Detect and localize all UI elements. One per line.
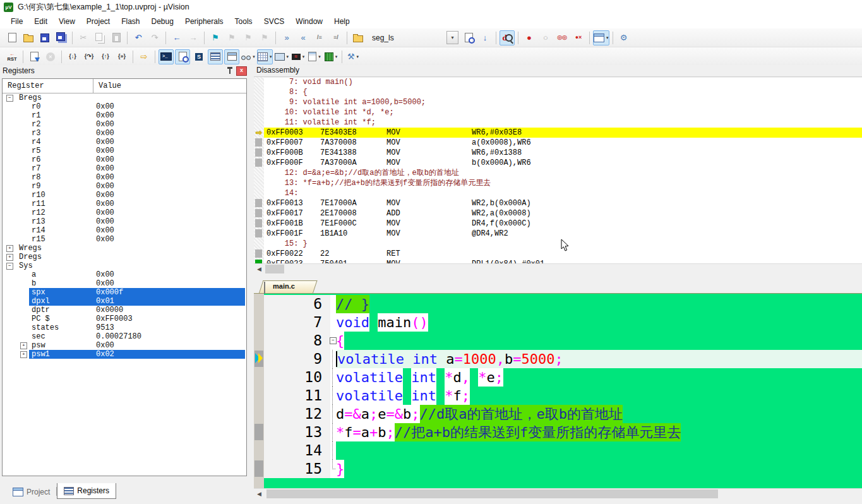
step-into-button[interactable]: {↓}	[65, 49, 80, 64]
find-next-button[interactable]: ↓	[477, 30, 493, 45]
menu-flash[interactable]: Flash	[116, 15, 145, 28]
register-row[interactable]: r110x00	[3, 200, 246, 208]
analysis-window-button[interactable]: ≈▾	[290, 49, 306, 64]
register-row[interactable]: r120x00	[3, 208, 246, 217]
toolbox-button[interactable]: ⚒▾	[345, 49, 361, 64]
editor-hscrollbar[interactable]: ◀	[254, 488, 862, 499]
stop-button[interactable]: ×	[43, 49, 58, 64]
reset-button[interactable]: ←RST	[4, 49, 20, 64]
window-layout-button[interactable]: ▾	[593, 30, 609, 45]
horizontal-splitter[interactable]	[254, 274, 862, 280]
find-in-files-button[interactable]	[350, 30, 366, 45]
expand-icon[interactable]: +	[20, 342, 27, 349]
register-row[interactable]: r70x00	[3, 164, 246, 173]
disassembly-hscrollbar[interactable]: ◀	[254, 263, 862, 274]
chevron-down-icon[interactable]: ▾	[335, 54, 338, 59]
register-row[interactable]: r140x00	[3, 226, 246, 235]
navigate-forward-button[interactable]: →	[186, 30, 201, 45]
register-row[interactable]: PC $0xFF0003	[3, 315, 246, 323]
register-row[interactable]: r10x00	[3, 111, 246, 120]
disassembly-window-button[interactable]	[175, 49, 190, 64]
comment-button[interactable]: /≡	[312, 30, 327, 45]
menu-file[interactable]: File	[5, 15, 28, 28]
disassembly-source-line[interactable]: 10: volatile int *d, *e;	[264, 107, 862, 117]
register-row[interactable]: dptr0x0000	[3, 306, 246, 315]
register-row[interactable]: r40x00	[3, 138, 246, 147]
register-column-header[interactable]: Register	[3, 79, 93, 93]
register-row[interactable]: states9513	[3, 323, 246, 332]
menu-debug[interactable]: Debug	[146, 15, 179, 28]
prev-bookmark-button[interactable]: ⚑	[224, 30, 239, 45]
disassembly-source-line[interactable]: 11: volatile int *f;	[264, 117, 862, 128]
editor-line[interactable]: 12d=&a;e=&b;//d取a的首地址，e取b的首地址	[264, 405, 862, 423]
editor-line[interactable]: 15}	[264, 460, 862, 478]
memory-window-button[interactable]: ▾	[257, 49, 273, 64]
watch-window-button[interactable]: ▾	[241, 49, 256, 64]
register-row[interactable]: r90x00	[3, 182, 246, 191]
chevron-down-icon[interactable]: ▾	[302, 54, 305, 59]
clear-bookmarks-button[interactable]: ⚑	[257, 30, 272, 45]
register-row[interactable]: −Sys	[3, 261, 246, 270]
kill-breakpoints-button[interactable]: ◎◎	[554, 30, 570, 45]
disassembly-source-line[interactable]: 13: *f=a+b;//把a+b的结果送到f变量所指的存储单元里去	[264, 178, 862, 188]
register-row[interactable]: r50x00	[3, 147, 246, 155]
disassembly-instruction-line[interactable]: 0xFF001F1B1A10MOV@DR4,WR2	[264, 229, 862, 239]
editor-line[interactable]: 11volatile int *f;	[264, 387, 862, 405]
register-row[interactable]: r150x00	[3, 235, 246, 244]
tab-project[interactable]: Project	[6, 485, 56, 499]
register-row[interactable]: +Dregs	[3, 253, 246, 261]
register-row[interactable]: b0x00	[3, 279, 246, 288]
menu-edit[interactable]: Edit	[28, 15, 53, 28]
debug-session-button[interactable]: d	[500, 30, 515, 45]
chevron-down-icon[interactable]: ▾	[318, 54, 321, 59]
scrollbar-thumb[interactable]	[265, 265, 284, 273]
register-row[interactable]: −Bregs	[3, 93, 246, 102]
serial-window-button[interactable]: ▾	[274, 49, 290, 64]
system-viewer-button[interactable]: ▾	[323, 49, 338, 64]
chevron-down-icon[interactable]: ▾	[606, 35, 609, 40]
customize-tools-button[interactable]: ⚙	[616, 30, 632, 45]
menu-window[interactable]: Window	[290, 15, 328, 28]
register-row[interactable]: +Wregs	[3, 244, 246, 253]
register-row[interactable]: spx0x000f	[3, 288, 246, 297]
disassembly-source-line[interactable]: 12: d=&a;e=&b;//d取a的首地址，e取b的首地址	[264, 168, 862, 178]
editor-line[interactable]: 14	[264, 441, 862, 460]
chevron-down-icon[interactable]: ▾	[270, 54, 272, 59]
copy-button[interactable]	[92, 30, 107, 45]
register-row[interactable]: dpxl0x01	[3, 297, 246, 306]
editor-line[interactable]: 10volatile int *d, *e;	[264, 368, 862, 387]
save-all-button[interactable]	[54, 30, 69, 45]
editor-line[interactable]: 13*f=a+b;//把a+b的结果送到f变量所指的存储单元里去	[264, 423, 862, 441]
disassembly-source-line[interactable]: 14:	[264, 188, 862, 198]
chevron-down-icon[interactable]: ▾	[287, 54, 289, 59]
step-out-button[interactable]: {↑}	[98, 49, 113, 64]
disassembly-source-line[interactable]: 8: {	[264, 87, 862, 97]
editor-line[interactable]: 9volatile int a=1000,b=5000;	[264, 350, 862, 368]
disassembly-source-line[interactable]: 15: }	[264, 239, 862, 249]
editor-view[interactable]: 6// }7void main()8{9volatile int a=1000,…	[254, 294, 862, 489]
collapse-icon[interactable]: −	[6, 95, 13, 102]
registers-window-button[interactable]	[208, 49, 223, 64]
scroll-left-icon[interactable]: ◀	[254, 489, 265, 498]
open-folder-button[interactable]	[21, 30, 36, 45]
editor-line[interactable]: 6// }	[264, 295, 862, 313]
cut-button[interactable]: ✂	[76, 30, 91, 45]
symbols-window-button[interactable]: S	[191, 49, 207, 64]
run-button[interactable]	[27, 49, 42, 64]
editor-line[interactable]: 8{	[264, 332, 862, 350]
pin-icon[interactable]	[229, 68, 230, 74]
disassembly-instruction-line[interactable]: 0xFF001B7E1F000CMOVDR4,f(0x000C)	[264, 219, 862, 229]
new-file-button[interactable]	[4, 30, 20, 45]
disassembly-instruction-line[interactable]: 0xFF000B7E341388MOVWR6,#0x1388	[264, 148, 862, 158]
show-next-statement-button[interactable]: ⇨	[136, 49, 152, 64]
step-over-button[interactable]: {↷}	[81, 49, 97, 64]
menu-peripherals[interactable]: Peripherals	[179, 15, 229, 28]
navigate-back-button[interactable]: ←	[169, 30, 184, 45]
register-row[interactable]: r100x00	[3, 191, 246, 200]
menu-tools[interactable]: Tools	[229, 15, 258, 28]
chevron-down-icon[interactable]: ▾	[253, 54, 255, 59]
register-row[interactable]: r80x00	[3, 173, 246, 182]
register-row[interactable]: r60x00	[3, 155, 246, 164]
value-column-header[interactable]: Value	[93, 79, 121, 93]
tab-main-c[interactable]: main.c	[259, 280, 313, 293]
